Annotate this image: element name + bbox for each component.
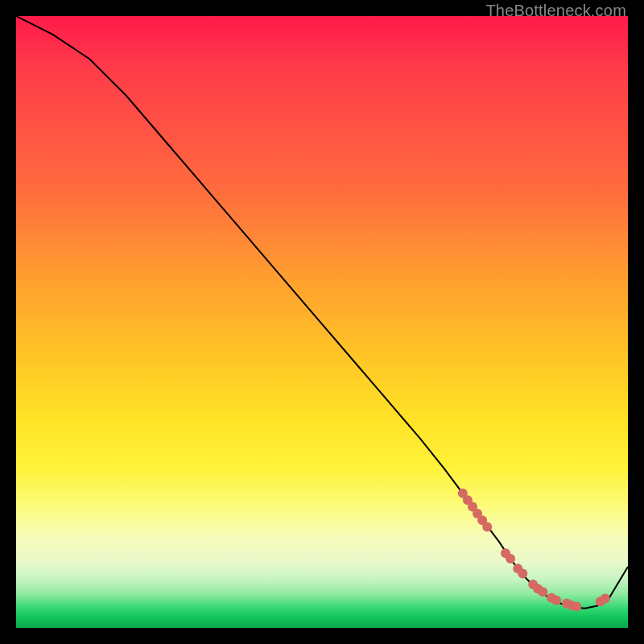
highlight-dot — [551, 596, 561, 605]
highlight-dot — [518, 568, 527, 578]
curve-layer — [16, 16, 628, 628]
bottleneck-curve — [16, 16, 628, 609]
chart-frame: TheBottleneck.com — [0, 0, 644, 644]
highlight-dot — [601, 594, 610, 604]
highlight-dot — [538, 587, 547, 597]
plot-area — [16, 16, 628, 628]
highlight-dot — [482, 522, 492, 532]
highlight-dot — [506, 554, 515, 564]
optimal-range-dots — [458, 489, 610, 612]
highlight-dot — [572, 601, 581, 611]
